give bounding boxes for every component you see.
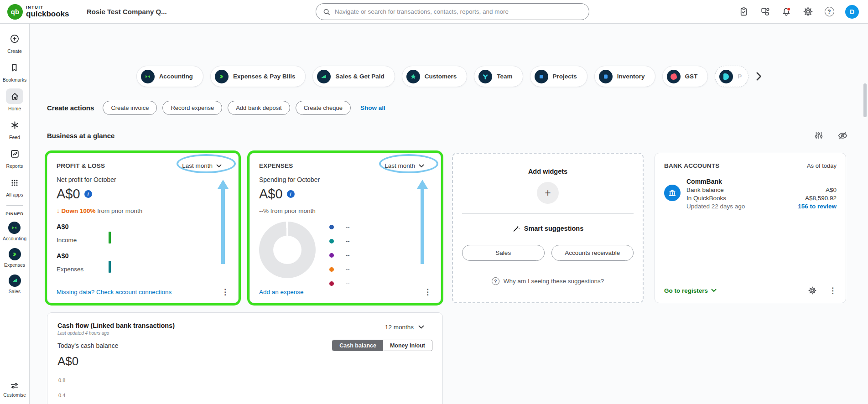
- search-input[interactable]: [335, 8, 582, 15]
- user-avatar[interactable]: D: [845, 5, 859, 19]
- sidebar-item-all-apps[interactable]: All apps: [6, 175, 23, 197]
- add-widget-button[interactable]: +: [537, 182, 559, 204]
- gear-icon[interactable]: [807, 285, 818, 296]
- toggle-cash-balance[interactable]: Cash balance: [333, 340, 383, 351]
- search-bar[interactable]: [316, 3, 589, 20]
- vertical-scrollbar[interactable]: [863, 83, 867, 117]
- income-bar: [109, 232, 111, 243]
- toggle-money-in-out[interactable]: Money in/out: [383, 340, 432, 351]
- notifications-icon[interactable]: [781, 6, 792, 17]
- kebab-menu-icon[interactable]: ⋮: [422, 288, 433, 296]
- sidebar-customise[interactable]: Customise: [3, 381, 26, 398]
- hide-eye-slash-icon[interactable]: [837, 130, 848, 141]
- to-review-link[interactable]: 156 to review: [798, 203, 837, 210]
- suggestion-accounts-receivable-button[interactable]: Accounts receivable: [551, 245, 634, 261]
- cash-flow-chart: 0.8 0.4 0: [57, 381, 432, 404]
- expenses-period-dropdown[interactable]: Last month: [385, 162, 424, 169]
- sidebar-pinned-expenses[interactable]: Expenses: [4, 248, 25, 268]
- shortcut-payroll-cut[interactable]: P: [715, 66, 748, 87]
- kebab-menu-icon[interactable]: ⋮: [219, 288, 231, 296]
- sidebar-label: Reports: [6, 163, 23, 169]
- shortcut-projects[interactable]: Projects: [530, 66, 587, 87]
- sidebar-label: Create: [7, 48, 22, 54]
- tasks-icon[interactable]: [738, 6, 749, 17]
- expenses-trend: --% from prior month: [259, 207, 431, 214]
- sidebar-item-home[interactable]: Home: [6, 88, 23, 111]
- net-profit-amount: A$0: [57, 186, 80, 202]
- sidebar-item-create[interactable]: Create: [6, 31, 23, 54]
- check-account-connections-link[interactable]: Missing data? Check account connections: [57, 289, 172, 295]
- updated-line: Updated 22 days ago 156 to review: [686, 203, 837, 210]
- sidebar-label: All apps: [6, 192, 23, 197]
- home-icon: [6, 88, 23, 104]
- create-cheque-button[interactable]: Create cheque: [296, 101, 351, 115]
- sidebar-item-feed[interactable]: Feed: [6, 117, 23, 140]
- in-quickbooks-label: In QuickBooks: [686, 195, 726, 202]
- sales-icon: [9, 275, 21, 287]
- magic-wand-icon: [512, 224, 520, 233]
- shortcut-accounting[interactable]: Accounting: [136, 66, 203, 87]
- question-circle-icon: ?: [492, 277, 499, 285]
- quickbooks-logo[interactable]: qb INTUIT quickbooks: [7, 4, 79, 20]
- chevron-down-icon: [419, 164, 424, 168]
- kebab-menu-icon[interactable]: ⋮: [827, 287, 838, 295]
- y-axis-tick: 0.8: [58, 378, 65, 383]
- period-value: 12 months: [385, 324, 414, 331]
- shortcut-inventory[interactable]: Inventory: [594, 66, 655, 87]
- shortcuts-scroll-right-button[interactable]: [756, 72, 762, 81]
- suggestion-sales-button[interactable]: Sales: [462, 245, 545, 261]
- cash-flow-toggle: Cash balance Money in/out: [332, 340, 432, 351]
- create-actions-row: Create actions Create invoice Record exp…: [47, 101, 868, 115]
- go-to-registers-dropdown[interactable]: Go to registers: [664, 287, 717, 294]
- company-name[interactable]: Rosie Test Company Q...: [87, 8, 167, 16]
- info-icon[interactable]: i: [287, 190, 295, 198]
- sidebar-item-reports[interactable]: Reports: [6, 146, 23, 169]
- apps-icon[interactable]: [759, 6, 770, 17]
- legend-dot: [329, 267, 334, 272]
- sidebar-pinned-accounting[interactable]: Accounting: [3, 222, 26, 241]
- bank-icon: [664, 185, 681, 201]
- bank-balance-label: Bank balance: [686, 186, 724, 193]
- cash-flow-period-dropdown[interactable]: 12 months: [385, 324, 424, 331]
- profit-loss-card: PROFIT & LOSS Last month Net profit for …: [47, 153, 239, 303]
- profit-loss-period-dropdown[interactable]: Last month: [182, 162, 222, 169]
- info-icon[interactable]: i: [84, 190, 92, 198]
- cash-flow-updated: Last updated 4 hours ago: [57, 331, 175, 336]
- bank-account-name: CommBank: [686, 178, 837, 185]
- legend-dot: [329, 281, 334, 286]
- help-icon[interactable]: ?: [824, 6, 835, 17]
- expense-amount: A$0: [57, 252, 229, 259]
- topbar: qb INTUIT quickbooks Rosie Test Company …: [0, 0, 868, 24]
- add-an-expense-link[interactable]: Add an expense: [259, 289, 304, 295]
- filter-sliders-icon[interactable]: [813, 130, 824, 141]
- card-footer: Go to registers ⋮: [664, 285, 838, 296]
- sidebar-item-bookmarks[interactable]: Bookmarks: [3, 60, 27, 83]
- chevron-down-icon: [711, 289, 717, 292]
- sidebar: Create Bookmarks Home Feed Reports All a…: [0, 24, 30, 404]
- sidebar-pinned-sales[interactable]: Sales: [9, 275, 21, 294]
- sidebar-label: Sales: [9, 289, 21, 294]
- bank-footer-icons: ⋮: [807, 285, 838, 296]
- add-bank-deposit-button[interactable]: Add bank deposit: [228, 101, 290, 115]
- legend-label: --: [346, 252, 350, 259]
- record-expense-button[interactable]: Record expense: [162, 101, 222, 115]
- legend-item: --: [329, 238, 350, 244]
- why-suggestions-link[interactable]: ? Why am I seeing these suggestions?: [462, 277, 634, 285]
- bank-account-row: CommBank Bank balance A$0 In QuickBooks …: [664, 178, 837, 210]
- sidebar-divider: [6, 205, 23, 206]
- create-invoice-button[interactable]: Create invoice: [103, 101, 157, 115]
- shortcut-sales-get-paid[interactable]: Sales & Get Paid: [312, 66, 395, 87]
- settings-icon[interactable]: [802, 6, 813, 17]
- shortcut-gst[interactable]: GST: [662, 66, 708, 87]
- shortcut-customers[interactable]: Customers: [402, 66, 468, 87]
- shortcut-label: Customers: [425, 73, 457, 80]
- glance-row: Business at a glance: [47, 130, 848, 141]
- customise-icon: [10, 381, 20, 390]
- card-header: BANK ACCOUNTS As of today: [664, 162, 837, 169]
- shortcut-expenses-pay-bills[interactable]: Expenses & Pay Bills: [210, 66, 306, 87]
- brand-product: quickbooks: [26, 10, 69, 18]
- profit-loss-subtitle: Net profit for October: [57, 176, 229, 183]
- expense-summary: A$0 Expenses: [57, 252, 229, 273]
- shortcut-team[interactable]: Team: [474, 66, 523, 87]
- show-all-link[interactable]: Show all: [360, 104, 385, 111]
